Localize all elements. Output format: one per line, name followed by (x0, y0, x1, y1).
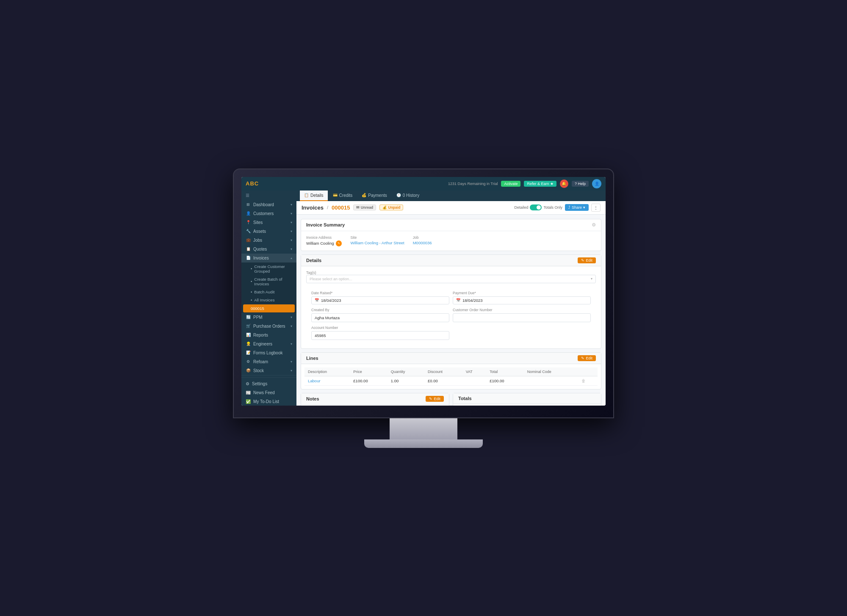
user-avatar[interactable]: 👤 (592, 179, 601, 188)
sidebar-item-quotes[interactable]: 📋 Quotes ▾ (241, 245, 296, 254)
invoice-summary-card: Invoice Summary ⚙ Invoice Address Willi (301, 219, 601, 251)
job-value[interactable]: M0000036 (413, 240, 432, 245)
date-raised-input[interactable]: 📅 (311, 296, 449, 304)
sidebar-item-invoices[interactable]: 📄 Invoices ▴ (241, 254, 296, 262)
reports-icon: 📊 (246, 333, 251, 337)
detailed-label: Detailed (514, 205, 528, 210)
job-label: Job (413, 235, 432, 240)
created-by-input[interactable] (311, 313, 449, 322)
invoice-separator: / (327, 205, 328, 210)
sidebar-item-settings[interactable]: ⚙ Settings (241, 379, 296, 388)
invoice-actions: Detailed Totals Only ⤴ Share ▾ ⋮ (514, 204, 601, 212)
date-raised-value[interactable] (321, 298, 446, 303)
invoice-header: Invoices / 000015 ✉ Unread 💰 Unpaid (296, 201, 606, 215)
tab-credits[interactable]: 💳 Credits (329, 191, 357, 201)
tab-history[interactable]: 🕐 0 History (392, 191, 424, 201)
chevron-customers: ▾ (291, 212, 292, 215)
invoice-number[interactable]: 000015 (332, 204, 350, 211)
lines-edit-button[interactable]: ✎ Edit (578, 355, 596, 361)
settings-gear-icon[interactable]: ⚙ (592, 222, 596, 228)
sidebar-label-sites: Sites (253, 220, 263, 225)
ppm-icon: 🔄 (246, 315, 251, 319)
sidebar-label-dashboard: Dashboard (253, 202, 274, 207)
jobs-icon: 💼 (246, 238, 251, 242)
invoice-summary-header: Invoice Summary ⚙ (301, 219, 601, 231)
customer-order-label: Customer Order Number (453, 308, 591, 312)
sidebar-item-customers[interactable]: 👤 Customers ▾ (241, 209, 296, 218)
sidebar-label-customers: Customers (253, 211, 274, 216)
tags-select[interactable]: Please select an option... ▾ (306, 275, 596, 283)
notes-card-body: Header Please select an option... ▾ + (301, 405, 449, 406)
sidebar-sub-create-batch[interactable]: • Create Batch of Invoices (241, 275, 296, 288)
totals-only-label: Totals Only (543, 205, 562, 210)
sidebar-item-jobs[interactable]: 💼 Jobs ▾ (241, 236, 296, 245)
sidebar-item-stock[interactable]: 📦 Stock ▾ (241, 366, 296, 375)
refer-button[interactable]: Refer & Earn ★ (524, 181, 556, 187)
sidebar-item-dashboard[interactable]: ⊞ Dashboard ▾ (241, 200, 296, 209)
bullet-batch-audit: • (251, 290, 252, 294)
tab-payments[interactable]: 💰 Payments (357, 191, 391, 201)
sidebar-item-refoam[interactable]: ⚙ Refoam ▾ (241, 357, 296, 366)
top-bar: ABC 1231 Days Remaining in Trial Activat… (241, 177, 606, 191)
content-scroll: Invoice Summary ⚙ Invoice Address Willi (296, 215, 606, 406)
sidebar-item-reports[interactable]: 📊 Reports (241, 331, 296, 340)
sidebar-sub-000015[interactable]: 000015 (243, 304, 295, 312)
payment-due-group: Payment Due* 📅 (453, 291, 591, 304)
sidebar-sub-batch-audit[interactable]: • Batch Audit (241, 288, 296, 296)
activate-button[interactable]: Activate (501, 181, 520, 187)
notes-edit-icon: ✎ (429, 397, 432, 401)
sidebar-item-my-todo[interactable]: ✅ My To-Do List (241, 397, 296, 406)
details-edit-button[interactable]: ✎ Edit (578, 257, 596, 263)
chevron-assets: ▾ (291, 229, 292, 233)
invoices-submenu: • Create Customer Grouped • Create Batch… (241, 262, 296, 313)
bullet-create-grouped: • (251, 266, 252, 271)
site-value[interactable]: William Cooling - Arthur Street (350, 240, 404, 245)
sites-icon: 📍 (246, 220, 251, 224)
notifications-icon[interactable]: 🔔 (560, 180, 568, 188)
sidebar-bottom: ⚙ Settings 📰 News Feed ✅ My To-Do List (241, 375, 296, 406)
cell-nominal-code (524, 376, 578, 385)
job-field: Job M0000036 (413, 235, 432, 246)
account-number-input[interactable] (311, 331, 449, 340)
tab-history-icon: 🕐 (396, 193, 401, 197)
sidebar-item-engineers[interactable]: 👷 Engineers ▾ (241, 340, 296, 348)
sidebar-sub-all-invoices[interactable]: • All Invoices (241, 296, 296, 304)
col-vat: VAT (462, 367, 487, 376)
monitor-bezel: ABC 1231 Days Remaining in Trial Activat… (233, 169, 614, 418)
account-number-group: Account Number (311, 326, 449, 340)
tab-bar: 📋 Details 💳 Credits 💰 Payments (296, 191, 606, 201)
address-field: Invoice Address William Cooling ✎ (306, 235, 342, 246)
sidebar-item-news-feed[interactable]: 📰 News Feed (241, 388, 296, 397)
toggle-switch-control[interactable] (530, 204, 542, 210)
bullet-all-invoices: • (251, 298, 252, 302)
sidebar-item-ppm[interactable]: 🔄 PPM ▾ (241, 313, 296, 322)
todo-icon: ✅ (246, 399, 251, 404)
calendar-icon-2: 📅 (456, 298, 461, 302)
sidebar-label-jobs: Jobs (253, 238, 262, 243)
labour-link[interactable]: Labour (308, 378, 321, 383)
sidebar-item-forms-logbook[interactable]: 📝 Forms Logbook (241, 348, 296, 357)
customer-order-input[interactable] (453, 313, 591, 322)
notes-edit-button[interactable]: ✎ Edit (426, 396, 444, 402)
share-button[interactable]: ⤴ Share ▾ (565, 204, 589, 211)
delete-row-icon[interactable]: 🗑 (581, 378, 586, 383)
tags-chevron: ▾ (591, 277, 592, 281)
address-value: William Cooling (306, 241, 334, 246)
tab-credits-label: Credits (339, 193, 353, 198)
tab-details[interactable]: 📋 Details (300, 191, 328, 201)
sidebar-sub-create-grouped[interactable]: • Create Customer Grouped (241, 262, 296, 275)
bullet-create-batch: • (251, 279, 252, 284)
help-button[interactable]: ? Help (572, 181, 589, 187)
sidebar-menu-icon[interactable]: ☰ (241, 191, 296, 200)
details-card: Details ✎ Edit Tag(s) (301, 254, 601, 349)
lines-table-header-row: Description Price Quantity Discount VAT … (304, 367, 598, 376)
sidebar-item-assets[interactable]: 🔧 Assets ▾ (241, 227, 296, 236)
payment-due-input[interactable]: 📅 (453, 296, 591, 304)
more-options-button[interactable]: ⋮ (591, 204, 601, 212)
sidebar-item-purchase-orders[interactable]: 🛒 Purchase Orders ▾ (241, 322, 296, 331)
payment-due-value[interactable] (462, 298, 587, 303)
address-edit-icon[interactable]: ✎ (336, 240, 342, 246)
table-row: Labour £100.00 1.00 £0.00 £100.00 (304, 376, 598, 385)
sidebar-item-sites[interactable]: 📍 Sites ▾ (241, 218, 296, 227)
totals-section-header: Totals (453, 393, 601, 404)
